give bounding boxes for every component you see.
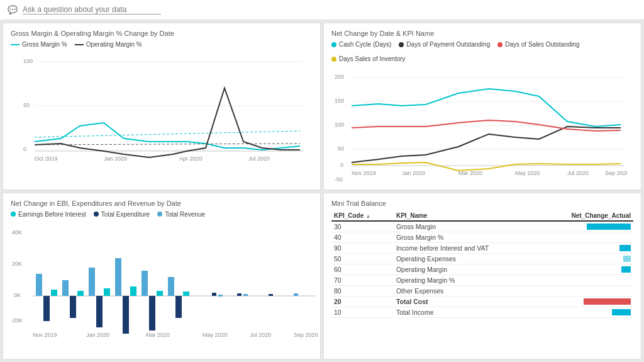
legend-days-inventory-label: Days Sales of Inventory xyxy=(339,55,406,62)
kpi-name-cell: Operating Expenses xyxy=(394,253,538,264)
ebi-dot-icon xyxy=(11,212,16,217)
svg-text:40K: 40K xyxy=(12,229,22,235)
kpi-value-cell xyxy=(538,307,634,317)
svg-rect-58 xyxy=(183,291,189,296)
legend-days-payment-label: Days of Payment Outstanding xyxy=(406,41,490,48)
operating-margin-line-icon xyxy=(75,44,84,45)
svg-rect-64 xyxy=(294,293,298,296)
kpi-code-cell: 30 xyxy=(331,221,394,232)
svg-rect-41 xyxy=(36,274,42,296)
legend-days-sales: Days of Sales Outstanding xyxy=(497,41,579,48)
net-change-ebi-chart: 40K 20K 0K -20K Nov 2019 Jan 2020 Mar 20… xyxy=(11,220,319,343)
kpi-name-cell: Total Cost xyxy=(394,296,538,307)
net-change-ebi-panel: Net Change in EBI, Expenditures and Reve… xyxy=(3,193,321,360)
gross-margin-title: Gross Margin & Operating Margin % Change… xyxy=(11,30,313,37)
svg-rect-46 xyxy=(77,291,84,296)
kpi-name-cell: Gross Margin xyxy=(394,221,538,232)
svg-line-12 xyxy=(35,144,300,145)
net-change-ebi-legend: Earnings Before Interest Total Expenditu… xyxy=(11,211,313,218)
total-rev-dot-icon xyxy=(157,212,162,217)
svg-text:Jul 2020: Jul 2020 xyxy=(248,156,270,162)
legend-gross-margin-label: Gross Margin % xyxy=(22,41,67,48)
svg-rect-54 xyxy=(149,296,155,331)
legend-ebi-label: Earnings Before Interest xyxy=(18,211,86,218)
legend-days-sales-label: Days of Sales Outstanding xyxy=(505,41,579,48)
table-row: 60 Operating Margin xyxy=(331,264,633,274)
kpi-name-cell: Gross Margin % xyxy=(394,232,538,242)
kpi-value-cell xyxy=(538,242,634,253)
svg-text:0K: 0K xyxy=(14,292,21,298)
kpi-value-cell xyxy=(538,232,634,242)
svg-text:Nov 2019: Nov 2019 xyxy=(352,170,376,176)
svg-text:0: 0 xyxy=(340,162,343,168)
svg-text:Oct 2019: Oct 2019 xyxy=(35,156,58,162)
svg-text:Jan 2020: Jan 2020 xyxy=(86,332,109,338)
kpi-name-cell: Total Income xyxy=(394,307,538,317)
kpi-value-cell xyxy=(538,264,634,274)
svg-rect-61 xyxy=(237,293,242,296)
svg-text:150: 150 xyxy=(335,98,344,104)
table-row: 20 Total Cost xyxy=(331,296,633,307)
svg-line-11 xyxy=(35,131,300,137)
col-kpi-code: KPI_Code ▲ xyxy=(331,211,394,221)
dashboard: Gross Margin & Operating Margin % Change… xyxy=(0,20,644,362)
table-row: 90 Income before Interest and VAT xyxy=(331,242,633,253)
legend-operating-margin-label: Operating Margin % xyxy=(86,41,142,48)
svg-text:Sep 2020: Sep 2020 xyxy=(294,332,318,338)
gross-margin-legend: Gross Margin % Operating Margin % xyxy=(11,41,313,48)
svg-rect-55 xyxy=(157,291,163,296)
svg-text:Jan 2020: Jan 2020 xyxy=(402,170,425,176)
cash-cycle-dot-icon xyxy=(331,42,336,47)
days-sales-dot-icon xyxy=(497,42,502,47)
legend-cash-cycle-label: Cash Cycle (Days) xyxy=(339,41,391,48)
kpi-value-cell xyxy=(538,296,634,307)
svg-rect-60 xyxy=(218,295,223,297)
svg-rect-63 xyxy=(269,294,273,296)
net-change-kpi-panel: Net Change by Date & KPI Name Cash Cycle… xyxy=(323,23,641,190)
table-row: 30 Gross Margin xyxy=(331,221,633,232)
svg-text:May 2020: May 2020 xyxy=(203,332,228,338)
svg-text:Nov 2019: Nov 2019 xyxy=(33,332,57,338)
table-row: 10 Total Income xyxy=(331,307,633,317)
svg-text:50: 50 xyxy=(338,145,344,152)
svg-rect-56 xyxy=(168,277,174,296)
legend-operating-margin: Operating Margin % xyxy=(75,41,142,48)
svg-text:100: 100 xyxy=(23,58,33,64)
total-exp-dot-icon xyxy=(94,212,99,217)
net-change-kpi-title: Net Change by Date & KPI Name xyxy=(331,30,633,37)
svg-rect-43 xyxy=(51,290,57,296)
kpi-code-cell: 10 xyxy=(331,307,394,317)
svg-text:200: 200 xyxy=(335,74,344,80)
days-inventory-dot-icon xyxy=(331,57,336,62)
svg-rect-52 xyxy=(130,286,136,296)
gross-margin-panel: Gross Margin & Operating Margin % Change… xyxy=(3,23,321,190)
svg-text:50: 50 xyxy=(23,102,30,108)
net-change-kpi-legend: Cash Cycle (Days) Days of Payment Outsta… xyxy=(331,41,633,62)
top-bar: 💬 xyxy=(0,0,644,20)
kpi-name-cell: Operating Margin % xyxy=(394,274,538,285)
kpi-code-cell: 40 xyxy=(331,232,394,242)
col-kpi-name: KPI_Name xyxy=(394,211,538,221)
kpi-name-cell: Other Expenses xyxy=(394,285,538,296)
table-row: 80 Other Expenses xyxy=(331,285,633,296)
svg-rect-53 xyxy=(142,271,148,296)
svg-rect-44 xyxy=(62,280,69,296)
svg-rect-62 xyxy=(243,294,248,296)
kpi-code-cell: 80 xyxy=(331,285,394,296)
days-payment-dot-icon xyxy=(399,42,404,47)
kpi-name-cell: Income before Interest and VAT xyxy=(394,242,538,253)
kpi-value-cell xyxy=(538,274,634,285)
legend-gross-margin: Gross Margin % xyxy=(11,41,67,48)
net-change-kpi-chart: 200 150 100 50 0 -50 Nov 2019 Jan 2020 M… xyxy=(331,65,627,188)
gross-margin-chart: 100 50 0 Oct 2019 Jan 2020 Apr 2020 Jul … xyxy=(11,50,306,173)
svg-text:Jul 2020: Jul 2020 xyxy=(567,170,589,176)
gross-margin-line-icon xyxy=(11,44,19,45)
svg-rect-45 xyxy=(70,296,76,318)
legend-total-rev-label: Total Revenue xyxy=(165,211,205,218)
net-change-ebi-title: Net Change in EBI, Expenditures and Reve… xyxy=(11,200,313,207)
question-input[interactable] xyxy=(23,5,161,14)
kpi-code-cell: 90 xyxy=(331,242,394,253)
kpi-code-cell: 60 xyxy=(331,264,394,274)
table-row: 40 Gross Margin % xyxy=(331,232,633,242)
kpi-value-cell xyxy=(538,221,634,232)
